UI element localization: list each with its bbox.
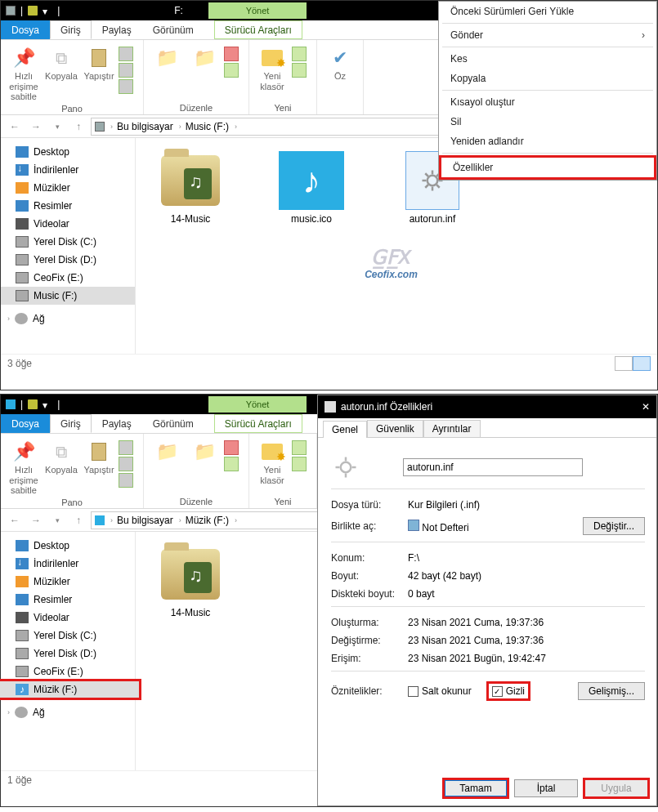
pin-button[interactable]: 📌Hızlı erişime sabitle	[6, 437, 42, 496]
mini-icon[interactable]	[119, 457, 133, 471]
tab-home[interactable]: Giriş	[50, 414, 92, 433]
ctx-cut[interactable]: Kes	[439, 49, 656, 69]
ok-button[interactable]: Tamam	[444, 779, 508, 797]
mini-icon-1[interactable]	[119, 47, 133, 61]
tree-desktop[interactable]: Desktop	[1, 143, 135, 161]
tab-file[interactable]: Dosya	[1, 414, 50, 433]
copyto-button[interactable]: 📁	[186, 437, 222, 495]
new-folder-button[interactable]: ✸Yeni klasör	[254, 437, 290, 495]
history-dropdown[interactable]: ▾	[48, 118, 66, 136]
breadcrumb-this-pc[interactable]: Bu bilgisayar	[117, 121, 173, 132]
file-folder-music[interactable]: 14-Music	[145, 151, 235, 225]
manage-tab-header[interactable]: Yönet	[208, 2, 307, 19]
tree-network[interactable]: ›Ağ	[1, 703, 135, 721]
tab-view[interactable]: Görünüm	[142, 20, 204, 39]
advanced-button[interactable]: Gelişmiş...	[578, 682, 645, 700]
ctx-restore-versions[interactable]: Önceki Sürümleri Geri Yükle	[439, 2, 656, 21]
ctx-delete[interactable]: Sil	[439, 112, 656, 132]
paste-button[interactable]: Yapıştır	[81, 437, 117, 496]
tab-file[interactable]: Dosya	[1, 20, 50, 39]
back-button[interactable]: ←	[6, 511, 24, 529]
mini-icon-3[interactable]	[119, 79, 133, 94]
dropdown-icon[interactable]: ▾	[43, 6, 52, 16]
chevron-icon[interactable]: ›	[231, 123, 239, 131]
tree-music-f[interactable]: Music (F:)	[1, 287, 135, 305]
copy-button[interactable]: ⧉ Kopyala	[43, 43, 79, 102]
manage-tab-header[interactable]: Yönet	[208, 396, 307, 413]
back-button[interactable]: ←	[6, 118, 24, 136]
tree-pictures[interactable]: Resimler	[1, 197, 135, 215]
history-dropdown[interactable]: ▾	[48, 511, 66, 529]
breadcrumb-this-pc[interactable]: Bu bilgisayar	[117, 515, 173, 526]
pin-button[interactable]: 📌 Hızlı erişime sabitle	[6, 43, 42, 102]
up-button[interactable]: ↑	[69, 511, 87, 529]
checkbox-hidden[interactable]: ✓	[492, 686, 503, 697]
tree-downloads[interactable]: ↓İndirilenler	[1, 161, 135, 179]
details-view-button[interactable]	[615, 356, 633, 371]
chevron-icon[interactable]: ›	[106, 123, 115, 131]
tree-music-f-highlighted[interactable]: ♪Müzik (F:)	[0, 680, 140, 698]
chevron-icon[interactable]: ›	[231, 516, 239, 524]
copyto-button[interactable]: 📁	[186, 43, 222, 101]
chevron-icon[interactable]: ›	[175, 516, 184, 524]
forward-button[interactable]: →	[27, 118, 45, 136]
moveto-button[interactable]: 📁	[149, 43, 185, 101]
breadcrumb-drive[interactable]: Music (F:)	[186, 121, 229, 132]
close-button[interactable]: ✕	[642, 401, 650, 413]
tab-security[interactable]: Güvenlik	[367, 420, 423, 437]
apply-button[interactable]: Uygula	[584, 779, 648, 797]
tree-videos[interactable]: Videolar	[1, 609, 135, 627]
delete-icon[interactable]	[224, 47, 239, 61]
tab-details[interactable]: Ayrıntılar	[423, 420, 481, 437]
tree-network[interactable]: ›Ağ	[1, 310, 135, 328]
tree-music[interactable]: Müzikler	[1, 179, 135, 197]
breadcrumb-drive[interactable]: Müzik (F:)	[186, 515, 229, 526]
file-music-ico[interactable]: ♪ music.ico	[266, 151, 356, 225]
dropdown-icon[interactable]: ▾	[43, 399, 52, 409]
ctx-shortcut[interactable]: Kısayol oluştur	[439, 92, 656, 112]
mini-icon[interactable]	[119, 473, 133, 488]
tab-view[interactable]: Görünüm	[142, 414, 204, 433]
rename-icon[interactable]	[224, 457, 239, 471]
forward-button[interactable]: →	[27, 511, 45, 529]
tree-disk-c[interactable]: Yerel Disk (C:)	[1, 233, 135, 251]
tab-general[interactable]: Genel	[323, 421, 367, 438]
ctx-send-to[interactable]: Gönder›	[439, 25, 656, 45]
mini-icon[interactable]	[119, 440, 133, 455]
tree-disk-c[interactable]: Yerel Disk (C:)	[1, 627, 135, 645]
paste-button[interactable]: Yapıştır	[81, 43, 117, 102]
tree-music[interactable]: Müzikler	[1, 573, 135, 591]
tree-disk-d[interactable]: Yerel Disk (D:)	[1, 251, 135, 269]
change-button[interactable]: Değiştir...	[583, 517, 645, 535]
new-item-icon[interactable]	[292, 47, 307, 61]
cancel-button[interactable]: İptal	[514, 779, 578, 797]
icons-view-button[interactable]	[633, 356, 651, 371]
checkbox-readonly[interactable]	[408, 686, 419, 697]
new-item-icon[interactable]	[292, 440, 307, 455]
properties-button[interactable]: ✔ Öz	[322, 43, 358, 113]
tab-drive-tools[interactable]: Sürücü Araçları	[214, 20, 302, 39]
file-folder-music[interactable]: 14-Music	[145, 545, 235, 618]
tree-downloads[interactable]: ↓İndirilenler	[1, 555, 135, 573]
mini-icon-2[interactable]	[119, 63, 133, 78]
tree-pictures[interactable]: Resimler	[1, 591, 135, 609]
ctx-rename[interactable]: Yeniden adlandır	[439, 132, 656, 151]
tab-drive-tools[interactable]: Sürücü Araçları	[214, 414, 302, 433]
tree-desktop[interactable]: Desktop	[1, 537, 135, 555]
chevron-icon[interactable]: ›	[175, 123, 184, 131]
tree-videos[interactable]: Videolar	[1, 215, 135, 233]
tree-ceofix-e[interactable]: CeoFix (E:)	[1, 269, 135, 287]
tree-ceofix-e[interactable]: CeoFix (E:)	[1, 663, 135, 680]
expand-icon[interactable]: ›	[7, 708, 10, 716]
copy-button[interactable]: ⧉Kopyala	[43, 437, 79, 496]
tree-disk-d[interactable]: Yerel Disk (D:)	[1, 645, 135, 663]
filename-input[interactable]	[403, 458, 583, 476]
ctx-properties[interactable]: Özellikler	[439, 155, 656, 180]
tab-share[interactable]: Paylaş	[92, 20, 142, 39]
chevron-icon[interactable]: ›	[106, 516, 115, 524]
up-button[interactable]: ↑	[69, 118, 87, 136]
ctx-copy[interactable]: Kopyala	[439, 69, 656, 88]
moveto-button[interactable]: 📁	[149, 437, 185, 495]
easy-access-icon[interactable]	[292, 457, 307, 471]
expand-icon[interactable]: ›	[7, 315, 10, 323]
